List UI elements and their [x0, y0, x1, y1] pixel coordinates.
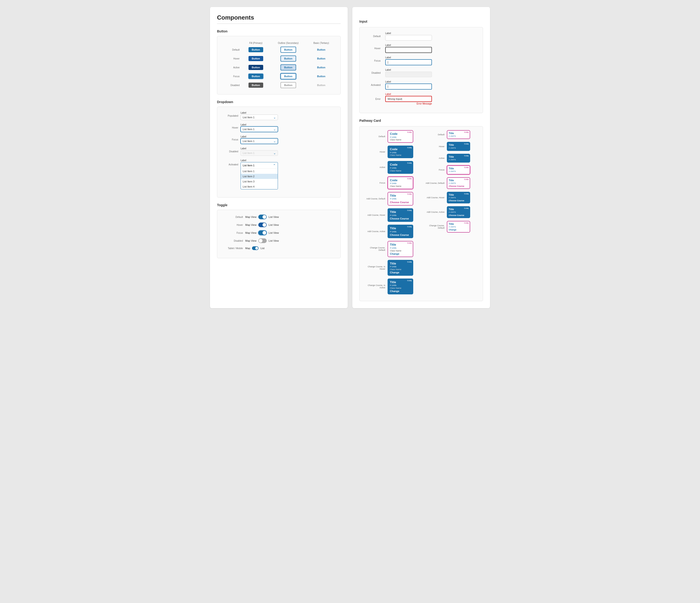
toggle-map-label-hover: Map View [245, 224, 256, 226]
toggle-track-default[interactable] [258, 215, 267, 219]
pathway-card-r-3[interactable]: TYPE Title # UNITS [447, 166, 470, 174]
card-change-r-7[interactable]: Change [449, 229, 468, 231]
btn-outline-default[interactable]: Button [280, 47, 296, 53]
toggle-section: Toggle Default Map View List View Hover … [217, 203, 341, 258]
input-group-error: Label Error Message [385, 93, 432, 105]
card-units-r-6: # UNITS [449, 211, 468, 213]
pathway-card-l-2[interactable]: TYPE Code # Units Class Name [388, 161, 413, 174]
btn-fill-default[interactable]: Button [249, 47, 263, 52]
button-row-active: Active Button Button Button [222, 63, 336, 72]
btn-basic-default[interactable]: Button [314, 47, 328, 52]
input-activated[interactable] [385, 83, 432, 90]
pathway-card-l-5[interactable]: TYPE Title # Units Choose Course [388, 208, 413, 222]
pathway-card-l-1[interactable]: TYPE Code # Units Class Name [388, 146, 413, 158]
toggle-track-hover[interactable] [258, 223, 267, 227]
btn-basic-disabled: Button [314, 82, 328, 88]
pathway-row-label-l-9: Change Course, Is Active [364, 284, 385, 289]
card-choose-r-5[interactable]: Choose Course [449, 199, 468, 202]
input-error[interactable] [385, 96, 432, 102]
pathway-row-label-l-3: Focus [364, 182, 385, 184]
input-default[interactable] [385, 35, 432, 41]
btn-basic-active[interactable]: Button [314, 65, 328, 70]
dropdown-field-label-disabled: Label [241, 147, 278, 150]
dropdown-option-1[interactable]: List Item 1 [241, 169, 278, 174]
dropdown-select-hover[interactable]: List Item 1 [241, 126, 278, 132]
pathway-row-label-l-2: Active [364, 166, 385, 169]
pathway-row-l-9: Change Course, Is Active TYPE Title # Un… [364, 278, 419, 294]
pathway-row-label-r-2: Active [424, 157, 445, 159]
card-change-l-7[interactable]: Change [390, 252, 411, 255]
pathway-section-title: Pathway Card [359, 119, 483, 123]
toggle-map-label-default: Map View [245, 216, 256, 218]
input-section-title: Input [359, 20, 483, 23]
card-choose-r-6[interactable]: Choose Course [449, 214, 468, 217]
btn-basic-hover[interactable]: Button [314, 56, 328, 61]
pathway-card-l-3[interactable]: TYPE Code # Units Class Name [388, 177, 413, 189]
dropdown-select-disabled: List Item 1 [241, 150, 278, 156]
card-change-l-9[interactable]: Change [390, 290, 411, 293]
card-choose-l-5[interactable]: Choose Course [390, 217, 411, 220]
input-group-disabled: Label [385, 69, 432, 77]
pathway-card-l-7[interactable]: TYPE Title # Units Class Name Change [388, 241, 413, 257]
pathway-row-l-2: Active TYPE Code # Units Class Name [364, 161, 419, 174]
pathway-card-r-0[interactable]: TYPE Title # UNITS [447, 130, 470, 139]
pathway-card-r-4[interactable]: TYPE Title # UNITS Choose Course [447, 177, 470, 189]
pathway-row-r-1: Hover TYPE Title # UNITS [424, 142, 478, 151]
card-units-l-9: # Units [390, 284, 411, 287]
dropdown-wrapper-focus[interactable]: List Item 1 [241, 138, 278, 144]
input-hover[interactable] [385, 47, 432, 53]
pathway-card-r-5[interactable]: TYPE Title # UNITS Choose Course [447, 192, 470, 203]
card-choose-l-6[interactable]: Choose Course [390, 233, 411, 236]
dropdown-option-3[interactable]: List Item 3 [241, 179, 278, 184]
dropdown-open-activated[interactable]: List Item 1 ⌃ List Item 1 List Item 2 Li… [241, 162, 278, 190]
type-badge-l-3: TYPE [407, 178, 412, 180]
input-group-hover: Label [385, 44, 432, 53]
cursor-bar-activated [388, 85, 388, 88]
pathway-card-r-6[interactable]: TYPE Title # UNITS Choose Course [447, 206, 470, 218]
btn-fill-disabled: Button [249, 82, 263, 88]
btn-basic-focus[interactable]: Button [314, 74, 328, 79]
btn-fill-hover[interactable]: Button [249, 56, 263, 61]
btn-fill-active[interactable]: Button [249, 65, 263, 70]
pathway-row-l-0: Default TYPE Code # Units Class Name [364, 130, 419, 143]
input-error-message: Error Message [385, 102, 432, 105]
toggle-group-default: Map View List View [245, 215, 279, 219]
btn-outline-active[interactable]: Button [280, 65, 296, 71]
dropdown-select-populated[interactable]: List Item 1 [241, 115, 278, 120]
toggle-section-box: Default Map View List View Hover Map Vie… [217, 210, 341, 258]
input-field-label-hover: Label [385, 44, 432, 46]
pathway-card-r-1[interactable]: TYPE Title # UNITS [447, 142, 470, 151]
pathway-row-r-0: Default TYPE Title # UNITS [424, 130, 478, 139]
toggle-map-label-focus: Map View [245, 231, 256, 234]
btn-outline-focus[interactable]: Button [280, 73, 296, 79]
toggle-thumb-focus [262, 231, 266, 235]
toggle-section-title: Toggle [217, 203, 341, 207]
dropdown-wrapper-hover[interactable]: List Item 1 [241, 126, 278, 132]
pathway-card-r-7[interactable]: TYPE Title # UNITS Change [447, 221, 470, 232]
pathway-card-l-8[interactable]: TYPE Title # Units Class Name Change [388, 260, 413, 276]
pathway-grid: Default TYPE Code # Units Class Name Hov… [364, 130, 478, 297]
card-units-l-6: # Units [390, 230, 411, 233]
pathway-card-l-6[interactable]: TYPE Title # Units Choose Course [388, 225, 413, 238]
card-units-r-4: # UNITS [449, 182, 468, 184]
toggle-track-tablet[interactable] [252, 246, 258, 250]
card-change-l-8[interactable]: Change [390, 271, 411, 274]
card-choose-r-4[interactable]: Choose Course [449, 185, 468, 187]
dropdown-option-4[interactable]: List Item 4 [241, 184, 278, 189]
btn-outline-hover[interactable]: Button [280, 55, 296, 61]
pathway-card-l-4[interactable]: TYPE Title # Units Choose Course [388, 192, 413, 205]
pathway-card-l-9[interactable]: TYPE Title # Units Class Name Change [388, 278, 413, 294]
dropdown-option-2[interactable]: List Item 2 [241, 174, 278, 179]
pathway-card-l-0[interactable]: TYPE Code # Units Class Name [388, 130, 413, 143]
input-focus[interactable] [385, 59, 432, 65]
card-choose-l-4[interactable]: Choose Course [390, 201, 411, 204]
toggle-list-label-tablet: List [260, 247, 265, 250]
toggle-track-disabled [258, 238, 267, 243]
pathway-card-r-2[interactable]: TYPE Title # UNITS [447, 154, 470, 162]
toggle-track-focus[interactable] [258, 230, 267, 235]
type-badge-l-1: TYPE [407, 147, 412, 149]
dropdown-wrapper-populated[interactable]: List Item 1 [241, 115, 278, 120]
dropdown-select-focus[interactable]: List Item 1 [241, 138, 278, 144]
btn-fill-focus[interactable]: Button [249, 74, 263, 79]
toggle-list-label-disabled: List View [269, 239, 279, 242]
